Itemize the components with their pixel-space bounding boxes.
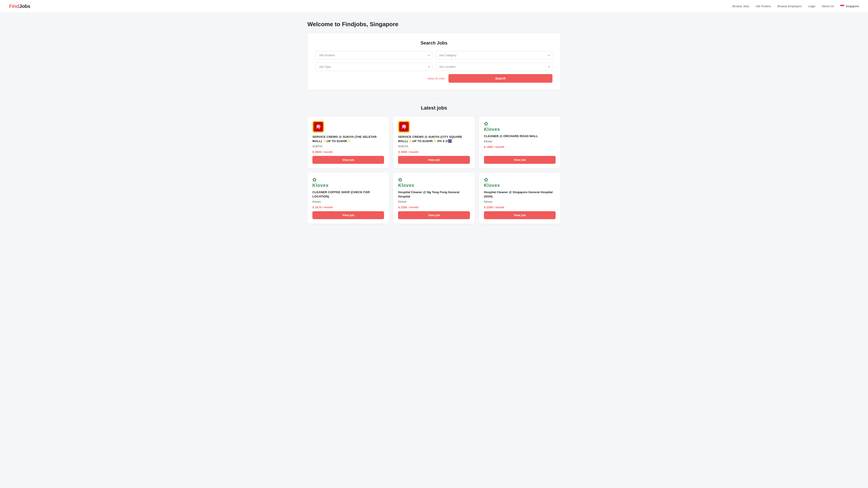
sukiya-logo-icon: 寿 [399,122,409,131]
logo-jobs: Jobs [19,3,30,9]
company-name: SUKIYA [312,145,384,148]
main-content: Welcome to Findjobs, Singapore Search Jo… [298,13,569,232]
job-category-select[interactable]: Job Category [439,54,549,57]
job-location-select-wrapper[interactable]: Job Location ▾ [436,63,553,71]
klovex-flower-icon: ✿ [484,121,488,127]
sukiya-logo-icon: 寿 [313,122,323,131]
flag-icon [840,5,844,8]
nav-job-posters[interactable]: Job Posters [755,4,771,8]
nav-browse-jobs[interactable]: Browse Jobs [733,4,749,8]
latest-jobs-title: Latest jobs [307,105,561,111]
site-logo[interactable]: FindJobs [9,3,30,9]
job-title: CLEANER COFFEE SHOP (CHECK FOR LOCATION) [312,190,384,199]
welcome-title: Welcome to Findjobs, Singapore [307,21,561,28]
search-row-2: Job Type ▾ Job Location ▾ [315,63,553,71]
klovex-brand-name: Klovex [484,183,500,188]
job-salary: $ 2200 / month [484,205,556,209]
job-salary: $ 1670 / month [312,205,384,209]
search-card-title: Search Jobs [315,40,553,46]
view-job-button[interactable]: View job [312,211,384,219]
job-card: ✿ Klovex CLEANER COFFEE SHOP (CHECK FOR … [307,172,389,224]
search-actions: View All Jobs Search [315,74,553,83]
view-job-button[interactable]: View job [398,156,470,164]
company-name: Klovex [484,200,556,203]
job-title: CLEANER @ ORCHARD ROAD MALL [484,134,556,138]
nav-login[interactable]: Login [808,4,815,8]
location-badge[interactable]: Singapore [840,4,859,8]
job-card: ✿ Klovex Hospital Cleaner @ Singapore Ge… [479,172,561,224]
company-logo: 寿 [312,121,324,133]
job-salary: $ 2600 / month [398,150,470,154]
klovex-flower-icon: ✿ [398,177,402,183]
job-salary: $ 1800 / month [484,145,556,149]
company-name: Klovex [398,200,470,203]
company-name: Klovex [484,140,556,143]
job-card: ✿ Klovex Hospital Cleaner @ Ng Teng Fong… [393,172,475,224]
view-job-button[interactable]: View job [484,156,556,164]
site-header: FindJobs Browse Jobs Job Posters Browse … [0,0,868,13]
view-all-jobs-link[interactable]: View All Jobs [428,77,445,80]
logo-find: Find [9,3,19,9]
company-name: Klovex [312,200,384,203]
job-card: 寿 SERVICE CREWS @ SUKIYA (THE SELETAR MA… [307,116,389,168]
job-card: 寿 SERVICE CREWS @ SUKIYA (CITY SQUARE MA… [393,116,475,168]
nav-about-us[interactable]: About Us [822,4,834,8]
job-card: ✿ Klovex CLEANER @ ORCHARD ROAD MALL Klo… [479,116,561,168]
search-button[interactable]: Search [448,74,553,83]
job-position-select-wrapper[interactable]: Job Position ▾ [315,51,432,59]
job-title: Hospital Cleaner @ Ng Teng Fong General … [398,190,470,199]
location-name: Singapore [846,4,859,8]
job-salary: $ 2200 / month [398,205,470,209]
job-salary: $ 2600 / month [312,150,384,154]
company-logo: ✿ Klovex [398,177,470,188]
job-position-select[interactable]: Job Position [319,54,429,57]
klovex-flower-icon: ✿ [312,177,316,183]
search-card: Search Jobs Job Position ▾ Job Category … [307,33,561,90]
search-row-1: Job Position ▾ Job Category ▾ [315,51,553,59]
nav-browse-employers[interactable]: Browse Employers [777,4,802,8]
view-job-button[interactable]: View job [484,211,556,219]
company-logo: ✿ Klovex [484,121,556,132]
main-nav: Browse Jobs Job Posters Browse Employers… [733,4,859,8]
jobs-grid: 寿 SERVICE CREWS @ SUKIYA (THE SELETAR MA… [307,116,561,224]
klovex-brand-name: Klovex [398,183,414,188]
job-category-select-wrapper[interactable]: Job Category ▾ [436,51,553,59]
company-logo: ✿ Klovex [484,177,556,188]
klovex-brand-name: Klovex [484,127,500,132]
klovex-brand-name: Klovex [312,183,329,188]
job-type-select[interactable]: Job Type [319,65,429,68]
section-divider [307,98,561,98]
company-name: SUKIYA [398,145,470,148]
company-logo: 寿 [398,121,410,133]
job-title: Hospital Cleaner @ Singapore General Hos… [484,190,556,199]
job-title: SERVICE CREWS @ SUKIYA (THE SELETAR MALL… [312,135,384,143]
job-title: SERVICE CREWS @ SUKIYA (CITY SQUARE MALL… [398,135,470,143]
job-type-select-wrapper[interactable]: Job Type ▾ [315,63,432,71]
job-location-select[interactable]: Job Location [439,65,549,68]
company-logo: ✿ Klovex [312,177,384,188]
view-job-button[interactable]: View job [312,156,384,164]
view-job-button[interactable]: View job [398,211,470,219]
klovex-flower-icon: ✿ [484,177,488,183]
